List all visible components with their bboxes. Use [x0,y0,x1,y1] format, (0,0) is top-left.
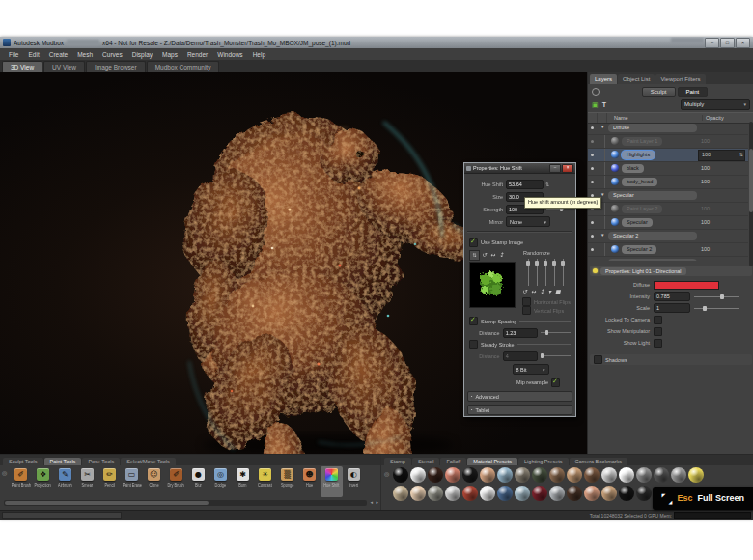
material-preset-sphere[interactable] [619,486,634,501]
dialog-close-button[interactable]: × [562,164,573,173]
rotate-icon[interactable]: ↺ [522,288,527,294]
steady-stroke-checkbox[interactable] [469,340,478,349]
view-tab[interactable]: UV View [43,61,85,72]
mip-resample-checkbox[interactable] [551,378,560,387]
menu-item[interactable]: Windows [212,51,247,58]
layer-opacity[interactable]: 100 [701,165,710,171]
menu-item[interactable]: Maps [157,51,182,58]
fullscreen-exit-button[interactable]: ◤◢ Esc Full Screen [653,487,753,510]
menu-item[interactable]: Render [182,51,212,58]
panel-tab[interactable]: Object List [618,74,655,84]
dialog-minimize-button[interactable]: – [549,164,561,173]
layer-row[interactable]: Specular 2 100⇅ [588,243,748,257]
material-preset-sphere[interactable] [532,486,547,501]
layer-mode-button[interactable]: Sculpt [642,87,676,97]
material-preset-sphere[interactable] [515,486,530,501]
view-tab[interactable]: 3D View [2,61,42,72]
tray-options-icon[interactable]: ◎ [2,469,7,476]
material-preset-sphere[interactable] [671,467,686,483]
stamp-flip-button[interactable]: ⇅ [469,250,480,261]
tool-button[interactable]: ✐ Dry Brush [165,466,187,497]
minimize-button[interactable]: – [705,38,719,48]
tool-tray-tab[interactable]: Select/Move Tools [121,458,176,465]
scroll-left-icon[interactable]: ◂ [370,499,373,505]
flip-vertical-icon[interactable]: ↕ [499,251,504,258]
tool-button[interactable]: ▒ Sponge [276,466,298,497]
mirror-select[interactable]: None ▾ [506,216,550,227]
preset-tray-tab[interactable]: Material Presets [467,458,517,465]
rotate-icon[interactable]: ↺ [482,251,487,258]
folder-icon[interactable]: ▾ [548,288,551,294]
material-preset-sphere[interactable] [688,467,704,483]
menu-item[interactable]: Curves [98,51,127,58]
material-preset-sphere[interactable] [497,486,513,501]
shadows-section[interactable]: Shadows [590,354,752,365]
material-preset-sphere[interactable] [601,467,617,483]
steady-distance-slider[interactable] [541,352,571,359]
layer-opacity[interactable]: 100 [701,219,710,225]
expand-triangle-icon[interactable]: ▼ [600,125,604,129]
light-bulb-icon[interactable] [592,88,600,96]
material-preset-sphere[interactable] [410,467,426,483]
menu-item[interactable]: Help [248,51,270,58]
expand-triangle-icon[interactable]: ▶ [600,260,603,261]
tools-scrollbar[interactable] [4,500,367,506]
stamp-spacing-checkbox[interactable] [469,317,478,325]
visibility-dot-icon[interactable] [591,126,594,129]
tablet-section-bar[interactable]: ▪ Tablet [467,405,572,415]
tool-tray-tab[interactable]: Pose Tools [82,458,120,465]
layer-row[interactable]: ▼ Specular 2 ⇅ [588,230,748,243]
layer-row[interactable]: body_head 100⇅ [588,176,748,189]
randomize-sliders[interactable] [523,259,569,286]
layer-mode-button[interactable]: Paint [678,87,709,97]
tool-button[interactable]: ❖ Projection [32,466,54,497]
maximize-button[interactable]: □ [720,38,735,48]
material-preset-sphere[interactable] [428,467,443,483]
material-preset-sphere[interactable] [636,467,652,483]
layer-opacity[interactable]: 100 [701,206,710,211]
tool-button[interactable]: ◎ Dodge [209,466,232,497]
view-tab[interactable]: Mudbox Community [147,61,220,72]
material-preset-sphere[interactable] [584,467,600,483]
tool-tray-tab[interactable]: Sculpt Tools [3,458,43,465]
distance-slider[interactable] [541,329,571,336]
material-preset-sphere[interactable] [497,467,513,483]
flip-horizontal-icon[interactable]: ↔ [490,251,495,258]
flip-vertical-icon[interactable]: ↕ [540,288,544,294]
new-paint-layer-icon[interactable]: ▣ [592,101,599,108]
tool-button[interactable]: ✂ Smear [76,466,98,497]
layer-row[interactable]: Specular 100⇅ [588,216,748,230]
material-preset-sphere[interactable] [636,486,652,501]
tool-button[interactable]: Hue Shift [321,466,343,497]
tool-button[interactable]: ● Blur [187,466,209,497]
tool-tray-tab[interactable]: Paint Tools [44,458,82,465]
titlebar[interactable]: Autodesk Mudbox x64 - Not for Resale - Z… [0,37,753,48]
visibility-dot-icon[interactable] [591,154,594,156]
hue-shift-field[interactable]: 53.64 [506,180,544,189]
bit-depth-select[interactable]: 8 Bit ▾ [513,364,549,375]
layer-opacity[interactable]: 100 [702,152,711,157]
close-button[interactable]: × [736,38,750,48]
text-tool-icon[interactable]: T [602,101,606,108]
tool-button[interactable]: ▭ Paint Erase [121,466,143,497]
flip-horizontal-icon[interactable]: ↔ [531,288,536,294]
menu-item[interactable]: Display [127,51,157,58]
material-preset-sphere[interactable] [654,467,669,483]
tray-options-icon[interactable]: ◎ [384,470,389,477]
layer-row[interactable]: ▼ Specular ⇅ [588,189,748,203]
material-preset-sphere[interactable] [601,486,617,501]
material-preset-sphere[interactable] [532,467,547,483]
diffuse-color-swatch[interactable] [654,281,719,290]
tool-button[interactable]: ☺ Clone [143,466,165,497]
menu-item[interactable]: Edit [23,51,43,58]
stop-icon[interactable]: ■ [555,288,561,294]
visibility-dot-icon[interactable] [591,140,594,143]
locked-to-camera-checkbox[interactable] [654,316,662,324]
steady-distance-field[interactable]: 4 [503,351,538,361]
material-preset-sphere[interactable] [428,486,443,501]
material-preset-sphere[interactable] [549,486,565,501]
advanced-section-bar[interactable]: ▪ Advanced [467,391,572,402]
shadows-checkbox[interactable] [594,355,602,364]
stamp-thumbnail[interactable] [469,262,516,308]
dialog-titlebar[interactable]: Properties: Hue Shift – × [464,163,575,174]
